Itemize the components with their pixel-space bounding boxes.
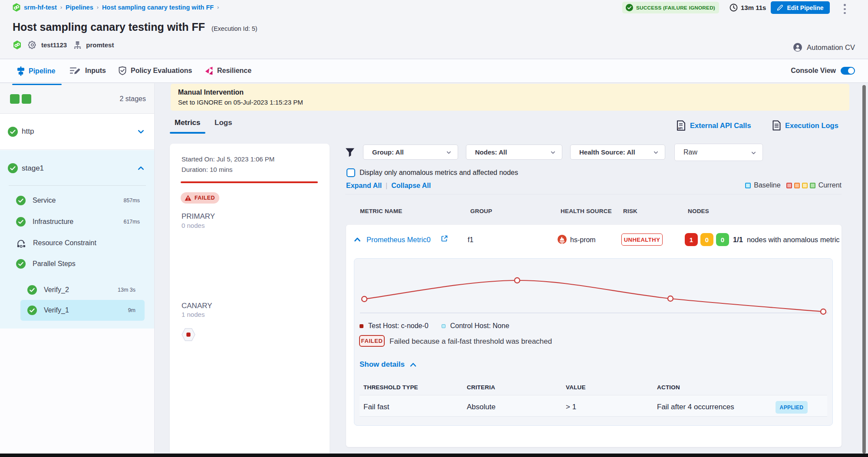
svg-text:API: API (678, 127, 683, 130)
